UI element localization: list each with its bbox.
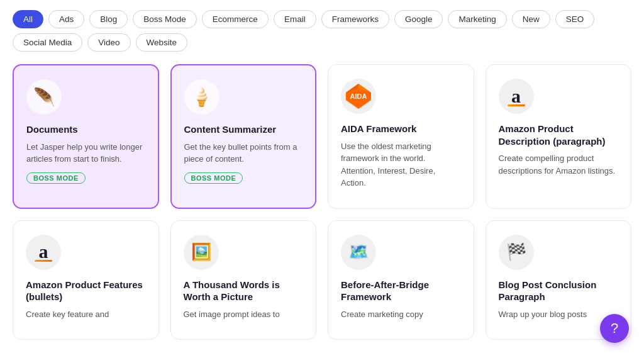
- filter-bar: AllAdsBlogBoss ModeEcommerceEmailFramewo…: [0, 0, 644, 58]
- card-title-6: Before-After-Bridge Framework: [341, 279, 461, 303]
- card-title-7: Blog Post Conclusion Paragraph: [499, 279, 619, 303]
- card-icon-7: 🏁: [499, 235, 534, 270]
- card-desc-1: Get the key bullet points from a piece o…: [184, 141, 303, 165]
- card-desc-5: Get image prompt ideas to: [184, 308, 304, 321]
- card-0[interactable]: 🪶 Documents Let Jasper help you write lo…: [13, 64, 159, 209]
- card-1[interactable]: 🍦 Content Summarizer Get the key bullet …: [170, 64, 317, 209]
- card-5[interactable]: 🖼️ A Thousand Words is Worth a Picture G…: [170, 220, 317, 340]
- filter-chip-email[interactable]: Email: [274, 10, 316, 28]
- card-4[interactable]: a Amazon Product Features (bullets) Crea…: [13, 220, 159, 340]
- filter-chip-google[interactable]: Google: [394, 10, 443, 28]
- filter-chip-social-media[interactable]: Social Media: [13, 33, 82, 52]
- card-icon-0: 🪶: [26, 79, 62, 115]
- card-title-5: A Thousand Words is Worth a Picture: [184, 279, 304, 303]
- card-icon-1: 🍦: [184, 79, 219, 115]
- filter-chip-new[interactable]: New: [512, 10, 550, 28]
- card-desc-6: Create marketing copy: [341, 308, 461, 321]
- card-3[interactable]: a Amazon Product Description (paragraph)…: [486, 64, 632, 209]
- card-badge-1: BOSS MODE: [184, 172, 243, 184]
- help-fab-button[interactable]: ?: [600, 314, 629, 343]
- filter-chip-boss-mode[interactable]: Boss Mode: [133, 10, 197, 28]
- card-icon-6: 🗺️: [341, 235, 376, 270]
- card-badge-0: BOSS MODE: [26, 172, 86, 184]
- card-icon-5: 🖼️: [184, 235, 219, 270]
- svg-text:AIDA: AIDA: [350, 92, 367, 100]
- card-2[interactable]: AIDA AIDA Framework Use the oldest marke…: [328, 64, 474, 209]
- card-title-3: Amazon Product Description (paragraph): [499, 123, 619, 147]
- card-title-0: Documents: [26, 123, 145, 136]
- card-grid: 🪶 Documents Let Jasper help you write lo…: [0, 58, 644, 352]
- filter-chip-ads[interactable]: Ads: [48, 10, 84, 28]
- card-title-1: Content Summarizer: [184, 123, 303, 136]
- filter-chip-video[interactable]: Video: [87, 33, 130, 52]
- filter-chip-website[interactable]: Website: [136, 33, 188, 52]
- card-icon-2: AIDA: [341, 79, 376, 114]
- card-desc-7: Wrap up your blog posts: [499, 308, 619, 321]
- card-desc-3: Create compelling product descriptions f…: [499, 152, 619, 177]
- card-desc-0: Let Jasper help you write longer article…: [26, 141, 145, 165]
- filter-chip-frameworks[interactable]: Frameworks: [321, 10, 389, 28]
- card-desc-4: Create key feature and: [26, 308, 146, 321]
- card-icon-3: a: [499, 79, 534, 114]
- filter-chip-seo[interactable]: SEO: [555, 10, 595, 28]
- card-title-4: Amazon Product Features (bullets): [26, 279, 146, 303]
- filter-chip-blog[interactable]: Blog: [89, 10, 128, 28]
- card-desc-2: Use the oldest marketing framework in th…: [341, 140, 461, 189]
- filter-chip-all[interactable]: All: [13, 10, 43, 28]
- card-6[interactable]: 🗺️ Before-After-Bridge Framework Create …: [328, 220, 474, 340]
- filter-chip-ecommerce[interactable]: Ecommerce: [202, 10, 269, 28]
- card-icon-4: a: [26, 235, 61, 270]
- filter-chip-marketing[interactable]: Marketing: [448, 10, 506, 28]
- card-title-2: AIDA Framework: [341, 123, 461, 135]
